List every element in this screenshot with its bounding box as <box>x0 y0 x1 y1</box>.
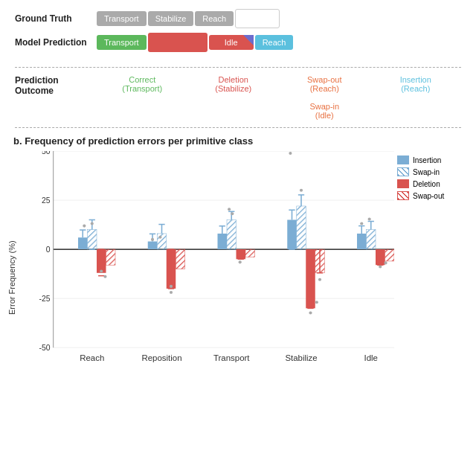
svg-text:50: 50 <box>42 151 51 155</box>
dot-repo-2 <box>158 236 161 239</box>
y-axis-label: Error Frequency (%) <box>7 151 22 404</box>
bar-transport-insertion <box>218 234 228 249</box>
section-divider-2 <box>15 127 461 128</box>
legend-label-swapin: Swap-in <box>413 168 440 176</box>
section-divider-1 <box>15 67 461 68</box>
model-prediction-row: Model Prediction Transport Idle Reach <box>15 33 461 52</box>
dot-reach-3 <box>100 270 103 273</box>
svg-text:-25: -25 <box>39 295 50 303</box>
mp-idle: Idle <box>209 35 254 50</box>
outcome-insertion: Insertion(Reach) <box>370 75 462 120</box>
legend-swapin: Swap-in <box>397 167 466 176</box>
bar-reach-swapout <box>106 249 116 265</box>
bar-repo-swapout <box>176 249 185 269</box>
legend-deletion: Deletion <box>397 179 466 188</box>
section-b: b. Frequency of prediction errors per pr… <box>0 132 476 404</box>
dot-idle-3 <box>379 265 382 268</box>
idle-corner <box>243 35 254 45</box>
outcome-label: PredictionOutcome <box>15 75 97 96</box>
legend-swapout: Swap-out <box>397 191 466 200</box>
bar-reach-swapin <box>88 230 97 249</box>
top-section: Ground Truth Transport Stabilize Reach M… <box>0 0 476 62</box>
legend-label-swapout: Swap-out <box>413 192 444 200</box>
dot-transport-1 <box>228 208 231 211</box>
dot-stabilize-2 <box>300 189 303 192</box>
svg-text:Idle: Idle <box>364 354 378 363</box>
chart-area: Error Frequency (%) 50 25 0 <box>7 151 469 404</box>
svg-text:-50: -50 <box>39 344 50 352</box>
section-b-title: b. Frequency of prediction errors per pr… <box>7 135 469 147</box>
bar-transport-swapout <box>245 249 255 257</box>
legend-label-deletion: Deletion <box>413 180 440 188</box>
bar-idle-insertion <box>357 234 367 249</box>
bar-stabilize-swapin <box>297 206 306 249</box>
legend: Insertion Swap-in Deletion Swap-out <box>394 151 469 404</box>
svg-text:Reach: Reach <box>80 354 104 363</box>
mp-reach: Reach <box>255 35 294 50</box>
bar-transport-swapin <box>227 219 237 249</box>
model-prediction-label: Model Prediction <box>15 37 97 48</box>
outcome-swap: Swap-out(Reach)Swap-in(Idle) <box>279 75 370 120</box>
gt-empty <box>235 9 280 28</box>
svg-text:0: 0 <box>46 246 51 254</box>
mp-red-empty <box>148 33 208 52</box>
chart-plot: 50 25 0 -25 -50 <box>22 151 394 404</box>
legend-swatch-insertion <box>397 155 409 164</box>
bar-repo-swapin <box>157 234 167 249</box>
dot-stabilize-5 <box>318 278 321 281</box>
dot-stabilize-4 <box>315 301 318 304</box>
outcomes-container: Correct(Transport) Deletion(Stabilize) S… <box>97 75 461 120</box>
dot-idle-1 <box>360 222 363 225</box>
legend-insertion: Insertion <box>397 155 466 164</box>
chart-with-legend: 50 25 0 -25 -50 <box>22 151 469 404</box>
prediction-outcome-section: PredictionOutcome Correct(Transport) Del… <box>0 72 476 123</box>
gt-reach: Reach <box>195 11 234 26</box>
bar-repo-insertion <box>148 242 158 250</box>
dot-transport-3 <box>239 260 242 263</box>
ground-truth-label: Ground Truth <box>15 13 97 24</box>
ground-truth-row: Ground Truth Transport Stabilize Reach <box>15 9 461 28</box>
gt-boxes: Transport Stabilize Reach <box>97 9 461 28</box>
svg-text:Reposition: Reposition <box>141 354 181 363</box>
chart-svg: 50 25 0 -25 -50 <box>22 151 394 385</box>
dot-repo-1 <box>151 238 154 241</box>
legend-swatch-deletion <box>397 179 409 188</box>
bar-stabilize-insertion <box>287 219 297 249</box>
svg-text:Stabilize: Stabilize <box>285 354 317 363</box>
svg-text:Transport: Transport <box>213 354 250 363</box>
gt-transport: Transport <box>97 11 147 26</box>
outcome-correct: Correct(Transport) <box>97 75 188 120</box>
mp-transport: Transport <box>97 35 147 50</box>
dot-reach-4 <box>103 275 106 278</box>
bar-idle-swapin <box>367 230 376 249</box>
dot-repo-4 <box>170 285 173 288</box>
dot-stabilize-3 <box>309 311 312 314</box>
bar-idle-swapout <box>385 249 395 261</box>
dot-stabilize-1 <box>289 152 292 155</box>
legend-swatch-swapout <box>397 191 409 200</box>
dot-repo-3 <box>170 291 173 294</box>
dot-reach-1 <box>83 225 86 228</box>
svg-text:25: 25 <box>42 196 51 205</box>
bar-reach-insertion <box>78 237 88 249</box>
gt-stabilize: Stabilize <box>148 11 194 26</box>
legend-swatch-swapin <box>397 167 409 176</box>
dot-idle-2 <box>368 217 371 220</box>
dot-reach-2 <box>91 222 94 225</box>
outcome-deletion: Deletion(Stabilize) <box>188 75 280 120</box>
mp-boxes: Transport Idle Reach <box>97 33 461 52</box>
dot-transport-2 <box>231 212 234 215</box>
legend-label-insertion: Insertion <box>413 156 441 164</box>
dot-idle-4 <box>384 261 387 264</box>
